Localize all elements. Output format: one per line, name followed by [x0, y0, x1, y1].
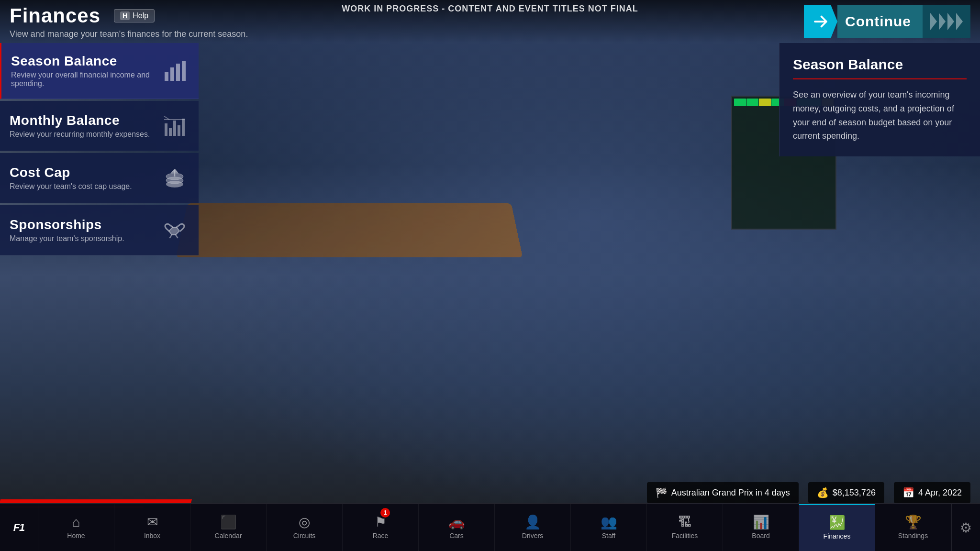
menu-item-sponsorships[interactable]: Sponsorships Manage your team's sponsors…	[0, 205, 199, 255]
monthly-balance-icon	[160, 111, 189, 140]
chevron-1	[930, 13, 937, 30]
page-subtitle: View and manage your team's finances for…	[10, 29, 248, 39]
nav-item-cars[interactable]: 🚗 Cars	[419, 504, 495, 551]
drivers-label: Drivers	[522, 532, 543, 540]
circuits-icon: ◎	[299, 516, 310, 529]
settings-button[interactable]: ⚙	[951, 504, 980, 551]
settings-icon: ⚙	[960, 520, 972, 536]
finances-icon: 💹	[829, 516, 846, 529]
nav-item-calendar[interactable]: ⬛ Calendar	[190, 504, 267, 551]
menu-item-cost-cap[interactable]: Cost Cap Review your team's cost cap usa…	[0, 153, 199, 203]
nav-item-circuits[interactable]: ◎ Circuits	[267, 504, 343, 551]
nav-item-home[interactable]: ⌂ Home	[38, 504, 114, 551]
nav-item-finances[interactable]: 💹 Finances	[799, 504, 875, 551]
nav-item-drivers[interactable]: 👤 Drivers	[495, 504, 571, 551]
svg-rect-5	[169, 128, 172, 136]
status-money: 💰 $8,153,726	[808, 482, 884, 503]
menu-item-monthly-balance[interactable]: Monthly Balance Review your recurring mo…	[0, 101, 199, 151]
cars-label: Cars	[449, 532, 464, 540]
calendar-label: Calendar	[215, 532, 242, 540]
season-balance-icon	[160, 56, 189, 85]
season-balance-desc: Review your overall financial income and…	[11, 71, 160, 88]
continue-chevrons	[923, 5, 970, 38]
staff-label: Staff	[602, 532, 616, 540]
facilities-label: Facilities	[672, 532, 698, 540]
left-panel: Season Balance Review your overall finan…	[0, 43, 199, 255]
svg-rect-3	[182, 61, 186, 81]
home-icon: ⌂	[72, 516, 80, 529]
continue-button[interactable]: Continue	[804, 5, 970, 38]
sponsorships-title: Sponsorships	[10, 217, 160, 232]
calendar-icon: 📅	[902, 487, 914, 498]
topbar: Finances H Help View and manage your tea…	[0, 0, 980, 43]
status-event-text: Australian Grand Prix in 4 days	[671, 488, 790, 498]
nav-item-race[interactable]: 1 ⚑ Race	[343, 504, 419, 551]
inbox-icon: ✉	[147, 516, 158, 529]
sponsorships-desc: Manage your team's sponsorship.	[10, 234, 160, 243]
help-key: H	[120, 11, 130, 20]
bottom-nav: F1 ⌂ Home ✉ Inbox ⬛ Calendar ◎ Circuits …	[0, 503, 980, 551]
board-label: Board	[752, 532, 769, 540]
continue-arrow-icon	[804, 5, 837, 38]
tooltip-title: Season Balance	[793, 56, 967, 79]
nav-item-facilities[interactable]: 🏗 Facilities	[647, 504, 723, 551]
cars-icon: 🚗	[448, 516, 465, 529]
status-date-text: 4 Apr, 2022	[918, 488, 962, 498]
statusbar: 🏁 Australian Grand Prix in 4 days 💰 $8,1…	[647, 482, 970, 503]
sponsorships-icon	[160, 216, 189, 244]
staff-icon: 👥	[601, 516, 617, 529]
svg-rect-2	[176, 64, 180, 81]
chevron-3	[947, 13, 954, 30]
help-button[interactable]: H Help	[114, 9, 155, 22]
cost-cap-desc: Review your team's cost cap usage.	[10, 182, 160, 191]
status-event: 🏁 Australian Grand Prix in 4 days	[647, 482, 799, 503]
monthly-balance-desc: Review your recurring monthly expenses.	[10, 130, 160, 139]
standings-icon: 🏆	[905, 516, 922, 529]
board-icon: 📊	[753, 516, 769, 529]
cost-cap-icon	[160, 164, 189, 192]
f1-logo-text: F1	[13, 521, 25, 534]
monthly-balance-title: Monthly Balance	[10, 113, 160, 128]
svg-rect-1	[170, 67, 174, 81]
finances-label: Finances	[824, 532, 851, 540]
arrow-right-icon	[812, 13, 829, 30]
nav-item-standings[interactable]: 🏆 Standings	[875, 504, 951, 551]
wip-banner: WORK IN PROGRESS - CONTENT AND EVENT TIT…	[332, 0, 647, 18]
bg-table	[176, 203, 523, 257]
chevron-4	[956, 13, 963, 30]
drivers-icon: 👤	[524, 516, 541, 529]
tooltip-desc: See an overview of your team's incoming …	[793, 88, 967, 143]
title-section: Finances H Help View and manage your tea…	[10, 4, 248, 39]
nav-item-board[interactable]: 📊 Board	[723, 504, 799, 551]
red-stripe	[0, 499, 192, 503]
help-label: Help	[133, 11, 148, 20]
money-icon: 💰	[817, 487, 829, 498]
calendar-nav-icon: ⬛	[220, 516, 237, 529]
home-label: Home	[67, 532, 85, 540]
standings-label: Standings	[898, 532, 928, 540]
svg-line-10	[164, 116, 169, 120]
nav-item-inbox[interactable]: ✉ Inbox	[114, 504, 190, 551]
cost-cap-title: Cost Cap	[10, 165, 160, 180]
circuits-label: Circuits	[293, 532, 316, 540]
menu-item-season-balance[interactable]: Season Balance Review your overall finan…	[0, 43, 199, 99]
race-label: Race	[373, 532, 389, 540]
svg-rect-8	[182, 119, 185, 136]
status-money-text: $8,153,726	[833, 488, 876, 498]
race-badge: 1	[380, 508, 390, 518]
continue-label: Continue	[837, 5, 923, 38]
svg-rect-7	[178, 125, 180, 136]
season-balance-title: Season Balance	[11, 54, 160, 69]
inbox-label: Inbox	[144, 532, 160, 540]
race-icon: ⚑	[375, 516, 387, 529]
svg-rect-0	[165, 72, 168, 81]
chevron-2	[939, 13, 946, 30]
svg-rect-6	[173, 121, 176, 136]
f1-logo: F1	[0, 504, 38, 551]
svg-rect-4	[165, 123, 167, 136]
tooltip-panel: Season Balance See an overview of your t…	[779, 43, 980, 156]
page-title: Finances	[10, 4, 100, 27]
status-date: 📅 4 Apr, 2022	[894, 482, 970, 503]
nav-item-staff[interactable]: 👥 Staff	[571, 504, 647, 551]
event-icon: 🏁	[656, 487, 668, 498]
